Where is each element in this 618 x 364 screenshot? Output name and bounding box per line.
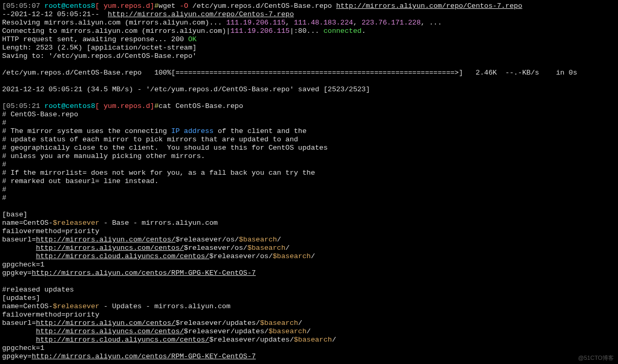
resolved-url: http://mirrors.aliyun.com/repo/Centos-7.…: [108, 10, 294, 18]
cmd-wget: wget: [159, 2, 180, 10]
url: http://mirrors.aliyun.com/centos/: [36, 319, 175, 327]
repo-line: http://mirrors.aliyuncs.com/centos/$rele…: [2, 327, 311, 335]
repo-line: http://mirrors.cloud.aliyuncs.com/centos…: [2, 252, 315, 260]
repo-line: failovermethod=priority: [2, 227, 99, 235]
wget-flag: -O: [180, 2, 188, 10]
var-releasever: $releasever: [53, 302, 99, 310]
repo-line: gpgkey=http://mirrors.aliyun.com/centos/…: [2, 269, 256, 277]
var-basearch: $basearch: [268, 327, 306, 335]
repo-line: gpgkey=http://mirrors.aliyun.com/centos/…: [2, 353, 256, 360]
var-basearch: $basearch: [294, 336, 332, 344]
repo-line: # geographically close to the client. Yo…: [2, 144, 328, 152]
repo-line: baseurl=http://mirrors.aliyun.com/centos…: [2, 236, 281, 244]
time: [05:05:21: [2, 102, 40, 110]
prompt-line-2: [05:05:21 root@centos8[ yum.repos.d]#cat…: [2, 102, 243, 110]
repo-line: # unless you are manually picking other …: [2, 152, 205, 160]
repo-line: #released updates: [2, 286, 74, 294]
repo-line: #: [2, 119, 6, 127]
var-basearch: $basearch: [239, 236, 277, 244]
repo-line: baseurl=http://mirrors.aliyun.com/centos…: [2, 319, 302, 327]
ip: 223.76.171.228: [362, 19, 421, 27]
watermark: @51CTO博客: [578, 354, 614, 362]
url: http://mirrors.cloud.aliyuncs.com/centos…: [36, 252, 209, 260]
wget-line: --2021-12-12 05:05:21-- http://mirrors.a…: [2, 10, 294, 18]
var-basearch: $basearch: [260, 319, 298, 327]
repo-line: gpgcheck=1: [2, 344, 44, 352]
ip-address-text: IP address: [171, 127, 213, 135]
url: http://mirrors.cloud.aliyuncs.com/centos…: [36, 336, 209, 344]
user-host: root@centos8: [44, 102, 95, 110]
wget-line: Connecting to mirrors.aliyun.com (mirror…: [2, 27, 366, 35]
hash: #: [154, 2, 159, 10]
cwd: [ yum.repos.d]: [95, 2, 154, 10]
url: http://mirrors.aliyuncs.com/centos/: [36, 244, 184, 252]
section-header: [updates]: [2, 294, 40, 302]
repo-line: # The mirror system uses the connecting …: [2, 127, 306, 135]
ip: 111.19.206.115: [226, 19, 285, 27]
repo-line: http://mirrors.cloud.aliyuncs.com/centos…: [2, 336, 336, 344]
ip: 111.48.183.224: [294, 19, 353, 27]
ip: 111.19.206.115: [230, 27, 289, 35]
terminal-output[interactable]: [05:05:07 root@centos8[ yum.repos.d]#wge…: [0, 0, 618, 363]
repo-line: failovermethod=priority: [2, 311, 99, 319]
wget-line: Resolving mirrors.aliyun.com (mirrors.al…: [2, 19, 442, 27]
var-basearch: $basearch: [273, 252, 311, 260]
repo-line: #: [2, 186, 6, 193]
wget-path: /etc/yum.repos.d/CentOS-Base.repo: [188, 2, 337, 10]
url: http://mirrors.aliyuncs.com/centos/: [36, 327, 184, 335]
url: http://mirrors.aliyun.com/centos/: [36, 236, 175, 244]
url: http://mirrors.aliyun.com/centos/RPM-GPG…: [32, 353, 256, 360]
repo-line: # If the mirrorlist= does not work for y…: [2, 169, 315, 177]
repo-line: #: [2, 161, 6, 168]
var-basearch: $basearch: [247, 244, 286, 252]
prompt-line-1: [05:05:07 root@centos8[ yum.repos.d]#wge…: [2, 2, 522, 10]
section-header: [base]: [2, 211, 28, 219]
repo-line: http://mirrors.aliyuncs.com/centos/$rele…: [2, 244, 290, 252]
repo-line: # update status of each mirror to pick m…: [2, 136, 298, 143]
repo-line: name=CentOS-$releasever - Base - mirrors…: [2, 219, 218, 227]
wget-line: HTTP request sent, awaiting response... …: [2, 35, 197, 43]
wget-line: Saving to: '/etc/yum.repos.d/CentOS-Base…: [2, 52, 197, 60]
repo-line: # CentOS-Base.repo: [2, 111, 78, 118]
time: [05:05:07: [2, 2, 40, 10]
repo-line: # remarked out baseurl= line instead.: [2, 177, 159, 185]
wget-line: Length: 2523 (2.5K) [application/octet-s…: [2, 44, 197, 52]
status: OK: [188, 35, 196, 43]
repo-line: gpgcheck=1: [2, 261, 44, 269]
wget-url: http://mirrors.aliyun.com/repo/Centos-7.…: [336, 2, 522, 10]
cmd-cat: cat CentOS-Base.repo: [159, 102, 243, 110]
status: connected: [324, 27, 362, 35]
wget-summary: 2021-12-12 05:05:21 (34.5 MB/s) - '/etc/…: [2, 86, 370, 93]
wget-progress: /etc/yum.repos.d/CentOS-Base.repo 100%[=…: [2, 69, 577, 77]
repo-line: name=CentOS-$releasever - Updates - mirr…: [2, 302, 231, 310]
repo-line: #: [2, 194, 6, 202]
hash: #: [154, 102, 159, 110]
var-releasever: $releasever: [53, 219, 99, 227]
cwd: [ yum.repos.d]: [95, 102, 154, 110]
user-host: root@centos8: [44, 2, 95, 10]
url: http://mirrors.aliyun.com/centos/RPM-GPG…: [32, 269, 256, 277]
